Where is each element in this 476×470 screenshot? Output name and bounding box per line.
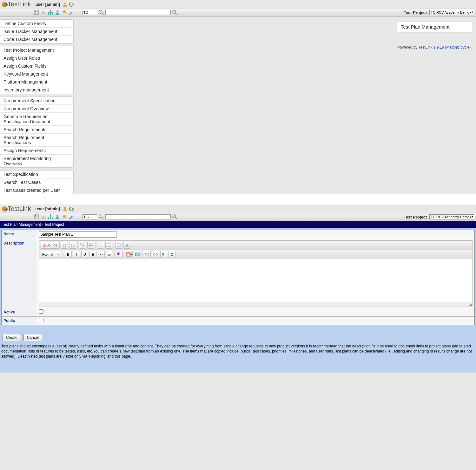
undo-icon[interactable] [61, 242, 68, 249]
public-label: Public [2, 317, 37, 325]
source-button[interactable]: ◇Source [41, 242, 60, 249]
spec-tree-icon[interactable] [34, 214, 39, 220]
sidebar-item[interactable]: Test Specification [0, 171, 73, 178]
active-checkbox[interactable] [39, 309, 43, 314]
svg-rect-40 [117, 244, 120, 247]
sidebar-item[interactable]: Generate Requirement Specification Docum… [0, 113, 73, 126]
special-char-icon[interactable]: Ω [169, 251, 175, 258]
search-input-2[interactable] [105, 214, 171, 219]
bullet-list-icon[interactable] [87, 242, 94, 249]
refresh-icon[interactable] [69, 2, 74, 7]
underline-icon[interactable]: U [81, 251, 88, 258]
app-name-2: TestLink [8, 205, 31, 212]
sidebar-item[interactable]: Search Requirement Specifications [0, 134, 73, 147]
italic-icon[interactable]: I [73, 251, 80, 258]
svg-rect-9 [52, 13, 53, 15]
user-profile-icon[interactable] [63, 2, 68, 7]
svg-point-31 [89, 245, 89, 246]
bell-icon[interactable] [62, 10, 67, 15]
svg-rect-37 [107, 244, 111, 244]
table-icon[interactable]: ▾ [126, 251, 133, 258]
svg-rect-28 [82, 244, 84, 244]
div-icon[interactable] [123, 242, 130, 249]
sidebar-item[interactable]: Platform Management [0, 78, 73, 86]
svg-rect-5 [45, 13, 46, 14]
strike-icon[interactable]: S [89, 251, 96, 258]
sidebar-item[interactable]: Search Requirements [0, 126, 73, 134]
svg-text:2: 2 [80, 245, 81, 246]
sidebar-item[interactable]: Inventory management [0, 86, 73, 94]
search-icon[interactable] [172, 214, 178, 220]
sidebar-item[interactable]: Keyword Management [0, 70, 73, 78]
superscript-icon[interactable]: x2 [106, 251, 113, 258]
tree-struct-icon[interactable] [48, 10, 53, 15]
sidebar-item[interactable]: Assign User Roles [0, 54, 73, 62]
editor-textarea[interactable] [39, 259, 472, 302]
test-plan-mgmt-panel[interactable]: Test Plan Management [397, 21, 472, 32]
search-input[interactable] [105, 10, 171, 15]
sidebar-item[interactable]: Define Custom Fields [0, 20, 73, 28]
outdent-icon[interactable] [97, 242, 104, 249]
tree-struct-icon[interactable] [48, 214, 53, 220]
project-select-2[interactable]: TC:RCV Academy Demo▴▾ [429, 214, 474, 219]
format-dropdown[interactable]: Format▾ [41, 251, 60, 258]
sidebar-item[interactable]: Requirement Overview [0, 105, 73, 113]
user-profile-icon[interactable] [63, 206, 68, 211]
sidebar-item[interactable]: Requirement Monitoring Overview [0, 155, 73, 167]
nav-group-4: Test Specification Search Test Cases Tes… [0, 170, 74, 194]
sidebar-item[interactable]: Code Tracker Management [0, 36, 73, 43]
sidebar-item[interactable]: Test Cases created per User [0, 186, 73, 194]
numbered-list-icon[interactable]: 12 [79, 242, 86, 249]
subscript-icon[interactable]: x2 [98, 251, 105, 258]
bell-icon[interactable] [62, 214, 67, 220]
sidebar-item[interactable]: Assign Custom Fields [0, 62, 73, 70]
search-tc-icon[interactable] [98, 214, 104, 220]
edit-pen-icon[interactable] [69, 214, 74, 220]
sidebar-item[interactable]: Search Test Cases [0, 178, 73, 186]
tc-prefix-input-2[interactable] [83, 214, 97, 219]
bold-icon[interactable]: B [65, 251, 72, 258]
link-icon[interactable] [144, 251, 151, 258]
powered-link[interactable]: TestLink 1.9.19 (Metonic cycle) [419, 45, 471, 50]
sidebar-item[interactable]: Assign Requirements [0, 147, 73, 155]
search-icon[interactable] [172, 10, 178, 15]
users-icon[interactable] [55, 214, 60, 220]
metrics-icon[interactable] [41, 10, 46, 15]
unlink-icon[interactable] [152, 251, 159, 258]
tc-prefix-input[interactable] [83, 10, 97, 15]
svg-rect-39 [107, 246, 111, 246]
image-icon[interactable] [134, 251, 141, 258]
svg-rect-15 [35, 215, 36, 217]
svg-point-24 [99, 215, 102, 218]
public-checkbox[interactable] [39, 318, 43, 322]
redo-icon[interactable] [69, 242, 76, 249]
metrics-icon[interactable] [41, 214, 46, 220]
project-select[interactable]: TC:RCV Academy Demo▴▾ [429, 10, 474, 15]
help-text: Test plans should encompass a (set of) c… [1, 341, 475, 363]
svg-rect-4 [43, 11, 44, 14]
svg-rect-33 [90, 245, 93, 245]
editor-toolbar-1: ◇Source 12 [39, 241, 472, 250]
nav-group-2: Test Project Management Assign User Role… [0, 46, 74, 94]
svg-rect-21 [50, 218, 51, 219]
svg-rect-43 [126, 245, 128, 246]
quote-icon[interactable] [115, 242, 122, 249]
sidebar-item[interactable]: Requirement Specification [0, 97, 73, 105]
anchor-icon[interactable] [160, 251, 167, 258]
refresh-icon[interactable] [69, 206, 74, 211]
users-icon[interactable] [55, 10, 60, 15]
create-button[interactable]: Create [3, 334, 21, 341]
color-icon[interactable] [116, 251, 123, 258]
header-bar-2: TestLink user [admin] [0, 205, 476, 213]
sidebar-item[interactable]: Issue Tracker Management [0, 28, 73, 36]
app-name: TestLink [8, 1, 31, 8]
indent-icon[interactable] [105, 242, 112, 249]
name-input[interactable] [39, 231, 116, 238]
sidebar-item[interactable]: Test Project Management [0, 46, 73, 54]
cancel-button[interactable]: Cancel [23, 334, 42, 341]
edit-pen-icon[interactable] [69, 10, 74, 15]
search-tc-icon[interactable] [98, 10, 104, 15]
editor-resize-handle[interactable] [39, 302, 472, 306]
svg-point-0 [64, 3, 66, 4]
spec-tree-icon[interactable] [34, 10, 39, 15]
